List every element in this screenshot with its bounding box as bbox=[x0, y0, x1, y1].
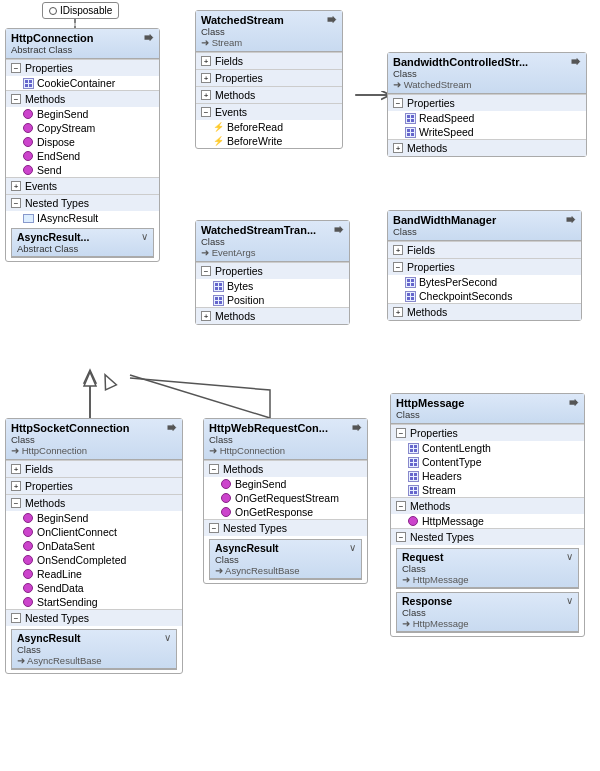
properties-expand-icon[interactable]: − bbox=[11, 63, 21, 73]
httpconnection-methods-header[interactable]: − Methods bbox=[6, 90, 159, 107]
hm-nested-header[interactable]: − Nested Types bbox=[391, 528, 584, 545]
nested-expand-icon[interactable]: − bbox=[11, 198, 21, 208]
ws-events-header[interactable]: − Events bbox=[196, 103, 342, 120]
watchedstream-parent: ➜ Stream bbox=[201, 37, 324, 48]
bwm-header: BandWidthManager Class 🡆 bbox=[388, 211, 581, 241]
bwm-properties-header[interactable]: − Properties bbox=[388, 258, 581, 275]
ws-properties-header[interactable]: + Properties bbox=[196, 69, 342, 86]
wst-properties-header[interactable]: − Properties bbox=[196, 262, 349, 279]
ws-fields-header[interactable]: + Fields bbox=[196, 52, 342, 69]
asyncresult-expand[interactable]: ∨ bbox=[141, 231, 148, 242]
hm-request-expand[interactable]: ∨ bbox=[566, 551, 573, 562]
property-icon bbox=[407, 442, 419, 454]
bcs-properties-header[interactable]: − Properties bbox=[388, 94, 586, 111]
hsc-fields-header[interactable]: + Fields bbox=[6, 460, 182, 477]
event-beforewrite: ⚡ BeforeWrite bbox=[196, 134, 342, 148]
methods-expand-icon[interactable]: − bbox=[11, 94, 21, 104]
method-icon bbox=[407, 515, 419, 527]
method-icon bbox=[22, 582, 34, 594]
prop-checkpointseconds: CheckpointSeconds bbox=[388, 289, 581, 303]
httpconnection-properties-header[interactable]: − Properties bbox=[6, 59, 159, 76]
hsc-asyncresult-expand[interactable]: ∨ bbox=[164, 632, 171, 643]
asyncresult-subbox: AsyncResult... Abstract Class ∨ bbox=[11, 228, 154, 258]
property-icon bbox=[212, 280, 224, 292]
hwrc-asyncresult-parent: ➜ AsyncResultBase bbox=[215, 565, 300, 576]
diagram-canvas: IDisposable HttpConnection Abstract Clas… bbox=[0, 0, 600, 771]
wst-title: WatchedStreamTran... bbox=[201, 224, 331, 236]
hsc-properties-header[interactable]: + Properties bbox=[6, 477, 182, 494]
hm-response-title: Response bbox=[402, 595, 469, 607]
hm-response-subbox: Response Class ➜ HttpMessage ∨ bbox=[396, 592, 579, 633]
hm-properties-header[interactable]: − Properties bbox=[391, 424, 584, 441]
hm-methods-header[interactable]: − Methods bbox=[391, 497, 584, 514]
bwm-methods-header[interactable]: + Methods bbox=[388, 303, 581, 320]
wst-methods-header[interactable]: + Methods bbox=[196, 307, 349, 324]
hwrc-asyncresult-type: Class bbox=[215, 554, 300, 565]
nested-iasyncresult: IAsyncResult bbox=[6, 211, 159, 225]
httpconnection-stereotype: Abstract Class bbox=[11, 44, 141, 55]
hm-stereotype: Class bbox=[396, 409, 566, 420]
hwrc-expand[interactable]: 🡆 bbox=[352, 422, 362, 433]
httpconnection-expand[interactable]: 🡆 bbox=[144, 32, 154, 43]
property-icon bbox=[404, 112, 416, 124]
hwrc-asyncresult-header: AsyncResult Class ➜ AsyncResultBase ∨ bbox=[210, 540, 361, 579]
method-icon bbox=[220, 506, 232, 518]
method-send: Send bbox=[6, 163, 159, 177]
bwm-title: BandWidthManager bbox=[393, 214, 563, 226]
method-icon bbox=[22, 122, 34, 134]
hwrc-methods-header[interactable]: − Methods bbox=[204, 460, 367, 477]
hm-request-parent: ➜ HttpMessage bbox=[402, 574, 469, 585]
ws-methods-header[interactable]: + Methods bbox=[196, 86, 342, 103]
event-beforeread: ⚡ BeforeRead bbox=[196, 120, 342, 134]
hm-header: HttpMessage Class 🡆 bbox=[391, 394, 584, 424]
method-copystream: CopyStream bbox=[6, 121, 159, 135]
hwrc-title: HttpWebRequestCon... bbox=[209, 422, 349, 434]
bcs-expand[interactable]: 🡆 bbox=[571, 56, 581, 67]
prop-bytespersecond: BytesPerSecond bbox=[388, 275, 581, 289]
httpconnection-header: HttpConnection Abstract Class 🡆 bbox=[6, 29, 159, 59]
events-expand-icon[interactable]: + bbox=[11, 181, 21, 191]
method-startsending: StartSending bbox=[6, 595, 182, 609]
method-icon bbox=[22, 568, 34, 580]
bcs-stereotype: Class bbox=[393, 68, 568, 79]
bcs-title: BandwidthControlledStr... bbox=[393, 56, 568, 68]
method-ondatasent: OnDataSent bbox=[6, 539, 182, 553]
hsc-nested-header[interactable]: − Nested Types bbox=[6, 609, 182, 626]
hsc-asyncresult-parent: ➜ AsyncResultBase bbox=[17, 655, 102, 666]
hwrc-nested-header[interactable]: − Nested Types bbox=[204, 519, 367, 536]
hsc-methods-header[interactable]: − Methods bbox=[6, 494, 182, 511]
watchedstream-title: WatchedStream bbox=[201, 14, 324, 26]
httpconnection-nested-header[interactable]: − Nested Types bbox=[6, 194, 159, 211]
wst-stereotype: Class bbox=[201, 236, 331, 247]
hsc-asyncresult-subbox: AsyncResult Class ➜ AsyncResultBase ∨ bbox=[11, 629, 177, 670]
hm-expand[interactable]: 🡆 bbox=[569, 397, 579, 408]
bandwidthcontrolled-box: BandwidthControlledStr... Class ➜ Watche… bbox=[387, 52, 587, 157]
method-ongetrequeststream: OnGetRequestStream bbox=[204, 491, 367, 505]
hwrc-asyncresult-expand[interactable]: ∨ bbox=[349, 542, 356, 553]
hsc-asyncresult-type: Class bbox=[17, 644, 102, 655]
hsc-expand[interactable]: 🡆 bbox=[167, 422, 177, 433]
property-icon bbox=[212, 294, 224, 306]
hm-response-expand[interactable]: ∨ bbox=[566, 595, 573, 606]
method-onclientconnect: OnClientConnect bbox=[6, 525, 182, 539]
bcs-header: BandwidthControlledStr... Class ➜ Watche… bbox=[388, 53, 586, 94]
httpsocketconnection-box: HttpSocketConnection Class ➜ HttpConnect… bbox=[5, 418, 183, 674]
svg-marker-9 bbox=[100, 372, 117, 390]
hsc-title: HttpSocketConnection bbox=[11, 422, 164, 434]
watchedstream-expand[interactable]: 🡆 bbox=[327, 14, 337, 25]
bwm-expand[interactable]: 🡆 bbox=[566, 214, 576, 225]
wst-expand[interactable]: 🡆 bbox=[334, 224, 344, 235]
bcs-parent: ➜ WatchedStream bbox=[393, 79, 568, 90]
httpconnection-events-header[interactable]: + Events bbox=[6, 177, 159, 194]
bwm-fields-header[interactable]: + Fields bbox=[388, 241, 581, 258]
idisposable-interface: IDisposable bbox=[42, 2, 119, 19]
bcs-methods-header[interactable]: + Methods bbox=[388, 139, 586, 156]
prop-bytes: Bytes bbox=[196, 279, 349, 293]
method-dispose: Dispose bbox=[6, 135, 159, 149]
hwrc-stereotype: Class bbox=[209, 434, 349, 445]
event-icon: ⚡ bbox=[212, 135, 224, 147]
watchedstream-stereotype: Class bbox=[201, 26, 324, 37]
watchedstream-box: WatchedStream Class ➜ Stream 🡆 + Fields … bbox=[195, 10, 343, 149]
svg-marker-8 bbox=[84, 372, 96, 386]
property-icon bbox=[407, 484, 419, 496]
